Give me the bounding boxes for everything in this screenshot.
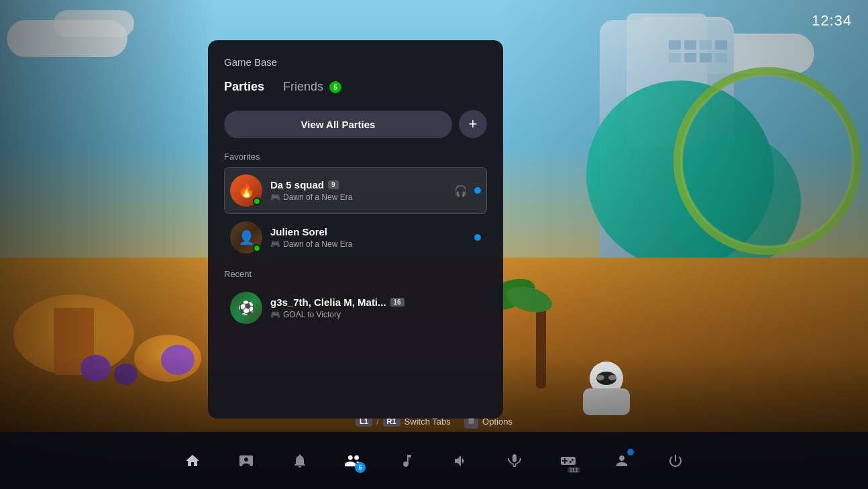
list-item-da5squad[interactable]: 🔥 Da 5 squad 9 🎮 Dawn of a New Era 🎧: [224, 167, 487, 214]
g3s-name: g3s_7th, Clelia M, Mati...: [270, 296, 386, 308]
store-icon: [235, 450, 257, 472]
da5squad-name: Da 5 squad: [270, 179, 324, 191]
g3s-info: g3s_7th, Clelia M, Mati... 16 🎮 GOAL to …: [270, 296, 481, 319]
avatar-julien: 👤: [230, 221, 262, 254]
bell-icon: [289, 450, 311, 472]
tab-parties[interactable]: Parties: [224, 80, 264, 97]
da5squad-info: Da 5 squad 9 🎮 Dawn of a New Era: [270, 179, 453, 202]
julien-game-icon: 🎮: [270, 239, 280, 249]
avatar-g3s: ⚽: [230, 292, 262, 324]
julien-name: Julien Sorel: [270, 226, 327, 237]
list-item-g3s[interactable]: ⚽ g3s_7th, Clelia M, Mati... 16 🎮 GOAL t…: [224, 284, 487, 331]
nav-home[interactable]: [182, 450, 203, 472]
game-base-panel: Game Base Parties Friends 5 View All Par…: [208, 40, 503, 419]
online-indicator-julien: [253, 244, 261, 252]
nav-mic[interactable]: [504, 450, 525, 472]
g3s-game-icon: 🎮: [270, 310, 280, 319]
tab-friends[interactable]: Friends 5: [283, 80, 341, 97]
panel-title: Game Base: [224, 56, 487, 68]
julien-game: Dawn of a New Era: [283, 239, 352, 249]
add-party-button[interactable]: +: [459, 110, 487, 138]
da5squad-game-icon: 🎮: [270, 193, 280, 202]
da5squad-game: Dawn of a New Era: [283, 193, 352, 202]
bottom-nav: 5 111: [0, 432, 868, 489]
controller-badge: 111: [567, 467, 580, 473]
julien-status-dot: [474, 234, 481, 241]
favorites-header: Favorites: [224, 152, 487, 162]
nav-controller[interactable]: 111: [557, 450, 579, 472]
nav-volume[interactable]: [450, 450, 472, 472]
tab-bar: Parties Friends 5: [224, 80, 487, 97]
online-indicator-da5squad: [253, 197, 261, 205]
da5squad-member-count: 9: [328, 180, 339, 189]
headphone-icon: 🎧: [453, 182, 469, 199]
music-icon: [396, 450, 418, 472]
avatar-da5squad: 🔥: [230, 174, 262, 207]
view-all-row: View All Parties +: [224, 110, 487, 138]
mic-icon: [504, 450, 525, 472]
g3s-member-count: 16: [390, 298, 404, 307]
view-all-parties-button[interactable]: View All Parties: [224, 111, 452, 138]
nav-profile[interactable]: [611, 450, 633, 472]
nav-gamebase[interactable]: 5: [343, 450, 364, 472]
list-item-julien[interactable]: 👤 Julien Sorel 🎮 Dawn of a New Era: [224, 214, 487, 261]
power-icon: [665, 450, 686, 472]
recent-header: Recent: [224, 269, 487, 279]
da5squad-actions: 🎧: [453, 182, 481, 199]
julien-actions: [474, 234, 481, 241]
julien-info: Julien Sorel 🎮 Dawn of a New Era: [270, 226, 474, 249]
profile-notification: [627, 449, 634, 455]
volume-icon: [450, 450, 472, 472]
da5squad-status-dot: [474, 187, 481, 194]
nav-power[interactable]: [665, 450, 686, 472]
g3s-game: GOAL to Victory: [283, 310, 341, 319]
nav-music[interactable]: [396, 450, 418, 472]
clock: 12:34: [812, 12, 852, 30]
nav-store[interactable]: [235, 450, 257, 472]
nav-notifications[interactable]: [289, 450, 311, 472]
friends-badge: 5: [329, 81, 341, 93]
gamebase-badge: 5: [355, 462, 366, 473]
home-icon: [182, 450, 203, 472]
